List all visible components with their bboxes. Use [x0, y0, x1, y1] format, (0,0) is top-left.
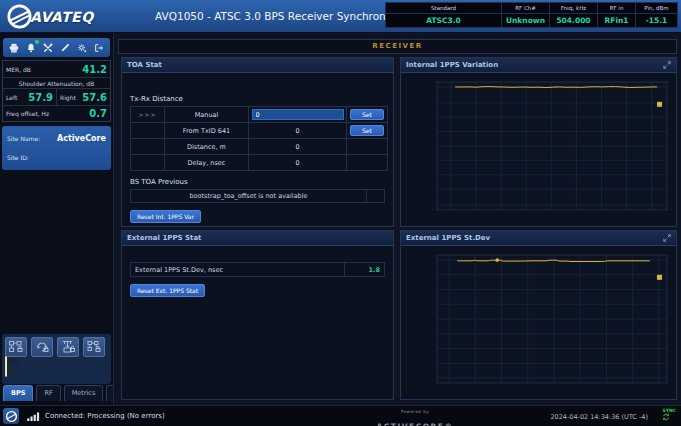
col-standard: Standard [386, 3, 502, 14]
logout-icon [94, 43, 104, 53]
ext-1pps-stdev-title: External 1PPS St.Dev [406, 234, 490, 242]
site-name-label: Site Name: [7, 135, 40, 142]
from-txid-label: From TxID 641 [165, 123, 249, 139]
avateq-logo-icon [6, 3, 33, 30]
set-manual-button[interactable]: Set [350, 109, 384, 120]
bs-toa-empty-cell [366, 190, 384, 202]
freq-offset-value: 0.7 [89, 108, 107, 119]
clock: 2024-04-02 14:34:36 (UTC -4) [550, 413, 648, 421]
preset-row [5, 337, 108, 357]
app-header: AVATEQ AVQ1050 - ATSC 3.0 BPS Receiver S… [0, 0, 681, 33]
signal-status-table: Standard RF Ch# Freq, kHz RF in Pin, dBm… [385, 2, 678, 28]
ext-1pps-stat-title: External 1PPS Stat [127, 234, 201, 242]
preset-buttons: (t,f) [2, 334, 111, 384]
status-bar: Connected: Processing (No errors) Powere… [0, 405, 681, 426]
set-txid-button[interactable]: Set [350, 125, 384, 136]
internal-1pps-chart-svg [403, 75, 674, 225]
sync-label: SYNC [662, 408, 676, 413]
tools-icon [43, 43, 53, 53]
pin-value: -15.1 [636, 14, 678, 28]
freq-value: 504.000 [550, 14, 598, 28]
tab-bps[interactable]: BPS [3, 385, 33, 401]
internal-1pps-header: Internal 1PPS Variation [401, 58, 676, 73]
printer-icon [9, 43, 19, 53]
printer-button[interactable] [8, 41, 21, 54]
shoulder-values-row: Left 57.9 Right 57.6 [3, 89, 110, 106]
table-row: Distance, m 0 [131, 139, 388, 155]
alarms-button[interactable] [25, 41, 38, 54]
col-rf-ch: RF Ch# [502, 3, 550, 14]
import-view-button[interactable] [57, 337, 79, 357]
powered-by-top: Powered by [340, 409, 490, 414]
bs-toa-message-row: bootstrap_toa_offset is not available [130, 189, 385, 203]
expand-icon[interactable] [663, 61, 671, 69]
site-panel: Site Name: ActiveCore Site ID: [2, 126, 111, 170]
ext-1pps-stat-header: External 1PPS Stat [122, 231, 393, 246]
sync-icon [662, 413, 676, 421]
powered-by: Powered by ACTIVECORE® [340, 409, 490, 426]
table-row: From TxID 641 0 Set [131, 123, 388, 139]
rotate-view-button[interactable] [31, 337, 53, 357]
site-name-row: Site Name: ActiveCore [7, 129, 106, 148]
logout-button[interactable] [92, 41, 105, 54]
connection-status: Connected: Processing (No errors) [45, 412, 165, 420]
site-id-label: Site ID: [7, 154, 29, 161]
txrx-distance-label: Tx-Rx Distance [130, 95, 385, 103]
col-pin: Pin, dBm [636, 3, 678, 14]
delay-label: Delay, nsec [165, 155, 249, 171]
edit-button[interactable] [58, 41, 71, 54]
standard-value: ATSC3.0 [386, 14, 502, 28]
from-txid-value: 0 [249, 123, 347, 139]
import-lock-icon [60, 340, 76, 354]
shoulder-attenuation-label: Shoulder Attenuation, dB [3, 78, 110, 89]
reset-int-1pps-button[interactable]: Reset Int. 1PPS Var [130, 210, 201, 223]
tools-button[interactable] [42, 41, 55, 54]
flowchart-view-button[interactable] [5, 337, 27, 357]
site-name-value: ActiveCore [57, 134, 106, 143]
reset-ext-1pps-button[interactable]: Reset Ext. 1PPS Stat [130, 284, 205, 297]
ext-1pps-stat-body: External 1PPS St.Dev, nsec 1.8 Reset Ext… [122, 246, 393, 297]
ext-1pps-stdev-row: External 1PPS St.Dev, nsec 1.8 [130, 262, 385, 277]
rf-ch-value: Unknown [502, 14, 550, 28]
app-window: AVATEQ AVQ1050 - ATSC 3.0 BPS Receiver S… [0, 0, 681, 426]
main-content: RECEIVER TOA Stat Tx-Rx Distance >>> Man… [113, 33, 681, 405]
edit-pencil-icon [60, 43, 70, 53]
powered-by-brand: ACTIVECORE® [377, 422, 454, 426]
selected-preset-button[interactable]: (t,f) [5, 356, 7, 377]
ext-1pps-stdev-value: 1.8 [344, 263, 384, 276]
distance-value: 0 [249, 139, 347, 155]
delay-value: 0 [249, 155, 347, 171]
ext-1pps-stdev-label: External 1PPS St.Dev, nsec [131, 263, 344, 276]
site-id-row: Site ID: [7, 148, 106, 167]
selected-preset-label: (t,f) [8, 358, 19, 364]
panel-external-1pps-stat: External 1PPS Stat External 1PPS St.Dev,… [121, 230, 394, 400]
alarm-bell-icon [26, 43, 36, 53]
panel-internal-1pps-variation: Internal 1PPS Variation [400, 57, 677, 227]
col-freq: Freq, kHz [550, 3, 598, 14]
tab-metrics[interactable]: Metrics [64, 385, 104, 401]
blocks-view-button[interactable] [83, 337, 105, 357]
freq-offset-row: Freq offset, Hz 0.7 [3, 106, 110, 121]
internal-1pps-chart [401, 73, 676, 227]
col-rf-in: RF in [598, 3, 636, 14]
tab-rf[interactable]: RF [36, 385, 60, 401]
toolbar [3, 38, 110, 57]
rotate-lock-icon [34, 340, 50, 354]
expand-icon[interactable] [663, 234, 671, 242]
alarm-badge [35, 40, 39, 44]
manual-label: Manual [165, 107, 249, 123]
bs-toa-message: bootstrap_toa_offset is not available [131, 190, 366, 202]
ext-1pps-stdev-header: External 1PPS St.Dev [401, 231, 676, 246]
sync-indicator: SYNC [662, 408, 676, 421]
rf-stats-panel: MER, dB 41.2 Shoulder Attenuation, dB Le… [2, 60, 111, 122]
active-row-marker: >>> [138, 111, 156, 118]
panel-external-1pps-stdev: External 1PPS St.Dev [400, 230, 677, 400]
shoulder-right: Right 57.6 [57, 89, 110, 105]
table-row: Delay, nsec 0 [131, 155, 388, 171]
manual-distance-input[interactable] [252, 109, 344, 120]
settings-button[interactable] [75, 41, 88, 54]
panel-toa-stat: TOA Stat Tx-Rx Distance >>> Manual Set F… [121, 57, 394, 227]
mer-value: 41.2 [82, 64, 107, 75]
mer-label: MER, dB [6, 66, 31, 73]
table-row: >>> Manual Set [131, 107, 388, 123]
